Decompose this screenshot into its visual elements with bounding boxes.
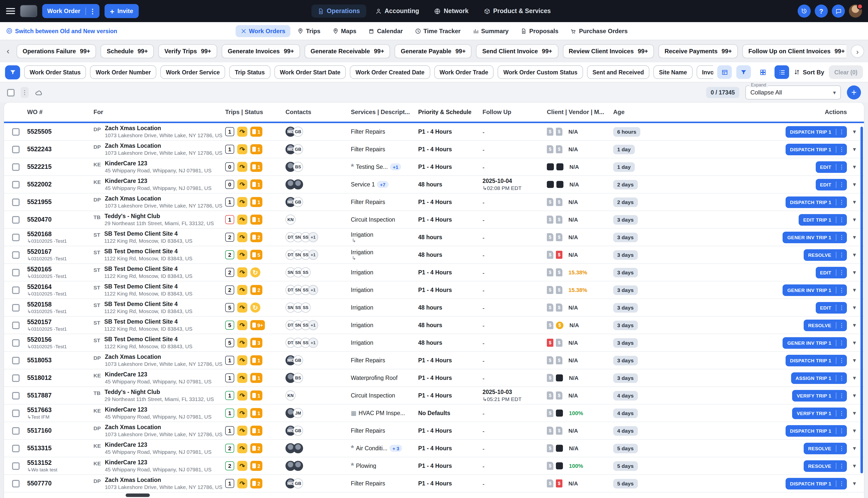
trip-status-icon[interactable]: ↷ (237, 479, 247, 488)
filter-chip[interactable]: Work Order Status (24, 65, 86, 79)
trip-count[interactable]: 0 (225, 162, 234, 171)
row-expand-chevron[interactable]: ▾ (853, 163, 856, 170)
contact-avatar[interactable]: SS (301, 302, 311, 313)
row-expand-chevron[interactable]: ▾ (853, 480, 856, 487)
row-action-menu-icon[interactable]: ⋮ (836, 357, 847, 364)
filter-chip[interactable]: Site Name (653, 65, 692, 79)
contact-avatar[interactable]: BS (293, 162, 303, 172)
trip-status-icon[interactable]: ↷ (237, 250, 247, 260)
trip-count[interactable]: 5 (225, 303, 234, 312)
select-all-checkbox[interactable] (7, 89, 15, 96)
trip-sync-icon[interactable]: ↻ (250, 267, 260, 277)
pipeline-stage[interactable]: Review Client Invoices99+ (563, 44, 654, 58)
service-name[interactable]: Irrigation (351, 249, 373, 255)
trip-count[interactable]: 2 (225, 444, 234, 453)
wo-number[interactable]: 5520167 (27, 248, 93, 255)
client-invoice-icon[interactable]: $ (547, 215, 553, 224)
wo-number[interactable]: 5517663 (27, 407, 93, 414)
row-action-button[interactable]: DISPATCH TRIP 1⋮ (786, 196, 847, 208)
vendor-bill-icon[interactable] (556, 163, 563, 170)
grid-view-button[interactable] (756, 65, 770, 79)
row-action-button[interactable]: EDIT⋮ (815, 179, 847, 190)
pipeline-scroll-left[interactable]: ‹ (4, 46, 12, 56)
service-name[interactable]: Filter Repairs (351, 357, 385, 363)
filter-chip[interactable]: Work Order Custom Status (498, 65, 583, 79)
trip-count[interactable]: 2 (225, 250, 234, 259)
trip-count[interactable]: 2 (225, 268, 234, 277)
wo-number[interactable]: 5513315 (27, 445, 93, 452)
tab-purchase-orders[interactable]: Purchase Orders (565, 25, 632, 37)
row-action-menu-icon[interactable]: ⋮ (836, 375, 847, 381)
help-icon[interactable]: ? (815, 4, 828, 17)
vendor-bill-icon[interactable]: $ (556, 128, 562, 136)
trip-status-icon[interactable]: ↷ (237, 443, 247, 453)
trip-count[interactable]: 2 (225, 233, 234, 242)
trip-count[interactable]: 1 (225, 426, 234, 435)
client-invoice-icon[interactable]: $ (547, 480, 553, 487)
row-expand-chevron[interactable]: ▾ (853, 146, 856, 153)
contact-more-badge[interactable]: +1 (308, 338, 318, 348)
pipeline-stage[interactable]: Send Client Invoice99+ (476, 44, 558, 58)
service-name[interactable]: Service 1 (351, 181, 375, 187)
vendor-bill-icon[interactable]: $ (556, 339, 562, 347)
work-order-menu-icon[interactable]: ⋮ (86, 7, 100, 15)
row-action-menu-icon[interactable]: ⋮ (836, 392, 847, 399)
vendor-bill-icon[interactable] (556, 462, 563, 469)
row-checkbox[interactable] (12, 163, 19, 171)
trip-count[interactable]: 1 (225, 127, 234, 136)
wo-number[interactable]: 5522243 (27, 146, 93, 153)
column-header[interactable]: Actions (654, 108, 864, 116)
row-action-button[interactable]: VERIFY TRIP 1⋮ (792, 390, 847, 401)
row-action-menu-icon[interactable]: ⋮ (836, 128, 847, 135)
site-name[interactable]: Zach Xmas Location (105, 143, 222, 150)
row-checkbox[interactable] (12, 392, 19, 399)
row-checkbox[interactable] (12, 233, 19, 241)
row-expand-chevron[interactable]: ▾ (853, 409, 856, 417)
client-invoice-icon[interactable]: $ (547, 321, 553, 329)
wo-number[interactable]: 5525505 (27, 128, 93, 135)
trip-tasks-badge[interactable]: 3 (250, 338, 262, 348)
column-header[interactable]: Follow Up (483, 108, 547, 116)
site-name[interactable]: KinderCare 123 (105, 160, 212, 167)
vendor-bill-icon[interactable]: $ (556, 145, 562, 153)
row-action-button[interactable]: GENER INV TRIP 1⋮ (783, 337, 847, 349)
client-invoice-icon[interactable]: $ (547, 251, 553, 259)
row-action-menu-icon[interactable]: ⋮ (836, 287, 847, 293)
row-checkbox[interactable] (12, 339, 19, 346)
work-order-button[interactable]: Work Order ⋮ (42, 4, 100, 18)
row-action-menu-icon[interactable]: ⋮ (836, 163, 847, 170)
horizontal-scrollbar[interactable] (126, 494, 150, 497)
service-name[interactable]: Irrigation (351, 287, 373, 293)
row-checkbox[interactable] (12, 322, 19, 329)
row-checkbox[interactable] (12, 409, 19, 417)
row-expand-chevron[interactable]: ▾ (853, 251, 856, 258)
row-expand-chevron[interactable]: ▾ (853, 339, 856, 346)
site-name[interactable]: Zach Xmas Location (105, 424, 222, 431)
vendor-bill-icon[interactable]: $ (556, 427, 562, 435)
column-header[interactable]: Trips | Status (225, 108, 286, 116)
filter-chip[interactable]: Invoice Status (696, 65, 713, 79)
site-name[interactable]: SB Test Demo Client Site 4 (104, 248, 193, 255)
trip-tasks-badge[interactable]: 5 (250, 250, 262, 260)
client-invoice-icon[interactable]: $ (547, 286, 553, 294)
row-checkbox[interactable] (12, 356, 19, 364)
vendor-bill-icon[interactable]: $ (556, 198, 562, 206)
row-action-button[interactable]: DISPATCH TRIP 1⋮ (786, 477, 847, 489)
trip-status-icon[interactable]: ↷ (237, 285, 247, 295)
row-action-menu-icon[interactable]: ⋮ (836, 445, 847, 451)
vendor-bill-icon[interactable]: $ (556, 286, 562, 294)
filter-chip[interactable]: Sent and Received (587, 65, 649, 79)
site-name[interactable]: KinderCare 123 (105, 459, 212, 466)
row-expand-chevron[interactable]: ▾ (853, 375, 856, 381)
wo-number[interactable]: 5520164 (27, 284, 93, 290)
row-action-menu-icon[interactable]: ⋮ (836, 251, 847, 258)
client-invoice-icon[interactable]: $ (547, 356, 553, 364)
trip-status-icon[interactable]: ↷ (237, 320, 247, 330)
trip-sync-icon[interactable]: ↻ (250, 302, 260, 313)
filter-chip[interactable]: Work Order Start Date (274, 65, 346, 79)
trip-count[interactable]: 1 (225, 408, 234, 418)
row-checkbox[interactable] (12, 286, 19, 294)
trip-status-icon[interactable]: ↷ (237, 144, 247, 154)
trip-status-icon[interactable]: ↷ (237, 197, 247, 207)
trip-tasks-badge[interactable]: 2 (250, 443, 262, 453)
